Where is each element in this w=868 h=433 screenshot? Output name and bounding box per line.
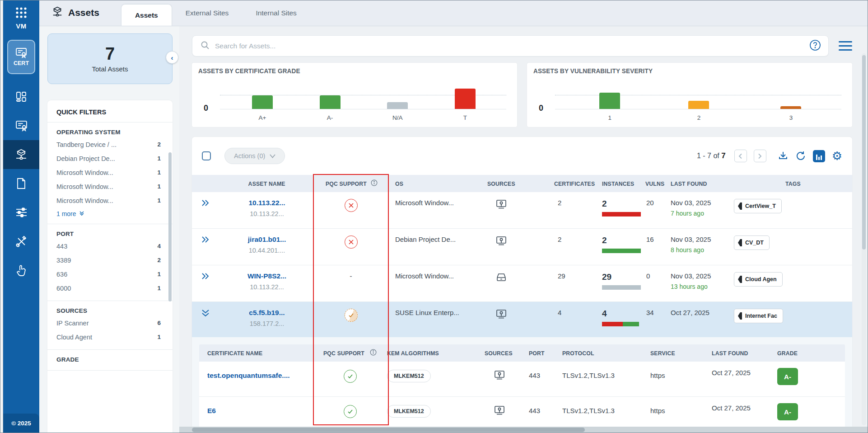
tag-chip[interactable]: Cloud Agen bbox=[734, 272, 783, 287]
col-asset-name[interactable]: ASSET NAME bbox=[219, 180, 315, 187]
col-kem-algorithms[interactable]: KEM ALGORITHMS bbox=[387, 350, 470, 357]
bar-a-minus[interactable] bbox=[320, 95, 341, 109]
settings-gear-icon[interactable]: ⚙ bbox=[832, 150, 842, 162]
col-sources[interactable]: SOURCES bbox=[472, 180, 531, 187]
horizontal-scrollbar[interactable] bbox=[179, 427, 868, 433]
bar-na[interactable] bbox=[387, 102, 408, 109]
x-axis bbox=[555, 109, 841, 109]
refresh-icon[interactable] bbox=[795, 151, 806, 161]
col-grade[interactable]: GRADE bbox=[777, 350, 845, 357]
certificate-row[interactable]: test.openquantumsafe.... MLKEM512 bbox=[199, 362, 845, 397]
col-protocol[interactable]: PROTOCOL bbox=[560, 350, 644, 357]
filter-item[interactable]: Microsoft Window... 1 bbox=[56, 179, 163, 193]
certificates-icon bbox=[15, 120, 28, 132]
tag-chip[interactable]: Internet Fac bbox=[734, 309, 783, 323]
filter-scrollbar[interactable] bbox=[168, 152, 172, 301]
sidebar-item-reports[interactable] bbox=[3, 169, 39, 198]
filter-item[interactable]: 443 4 bbox=[56, 239, 163, 253]
col-pqc-support[interactable]: PQC SUPPORT bbox=[313, 349, 387, 357]
expand-row-icon[interactable] bbox=[192, 265, 219, 301]
tag-chip[interactable]: CertView_T bbox=[734, 199, 782, 213]
asset-name-link[interactable]: 10.113.22... bbox=[219, 199, 315, 207]
total-assets-card[interactable]: 7 Total Assets ‹ bbox=[47, 33, 173, 84]
table-row-expanded[interactable]: c5.f5.b19... 158.177.2... SUSE Linux Ent… bbox=[192, 302, 852, 337]
filter-item[interactable]: Cloud Agent 1 bbox=[56, 330, 163, 344]
sidebar-item-activity[interactable] bbox=[3, 256, 39, 285]
menu-icon[interactable] bbox=[839, 41, 852, 51]
collapse-row-icon[interactable] bbox=[192, 302, 219, 337]
certificate-row[interactable]: E6 MLKEM512 bbox=[199, 397, 845, 428]
tab-internal-sites[interactable]: Internal Sites bbox=[242, 0, 310, 26]
col-tags[interactable]: TAGS bbox=[734, 180, 852, 187]
filter-item[interactable]: 636 1 bbox=[56, 267, 163, 281]
info-icon[interactable] bbox=[371, 179, 378, 188]
download-icon[interactable] bbox=[778, 151, 789, 161]
filter-item[interactable]: 6000 1 bbox=[56, 281, 163, 295]
gridline bbox=[555, 95, 841, 95]
col-service[interactable]: SERVICE bbox=[644, 350, 712, 357]
tab-assets[interactable]: Assets bbox=[121, 4, 172, 26]
collapse-panel-button[interactable]: ‹ bbox=[166, 51, 178, 64]
filter-count: 1 bbox=[157, 197, 163, 204]
col-sources[interactable]: SOURCES bbox=[470, 350, 529, 357]
actions-dropdown[interactable]: Actions (0) bbox=[224, 148, 285, 164]
filter-item[interactable]: Debian Project De... 1 bbox=[56, 151, 163, 165]
bar-a-plus[interactable] bbox=[252, 95, 273, 109]
main-content: ASSETS BY CERTIFICATE GRADE 0 A+ A- N/A bbox=[179, 26, 868, 433]
col-certificate-name[interactable]: CERTIFICATE NAME bbox=[199, 350, 313, 357]
bar-t[interactable] bbox=[455, 89, 476, 109]
filter-item[interactable]: Tandberg Device / ... 2 bbox=[56, 137, 163, 151]
col-port[interactable]: PORT bbox=[529, 350, 560, 357]
sidebar-item-tools[interactable] bbox=[3, 227, 39, 256]
filter-item[interactable]: Microsoft Window... 1 bbox=[56, 193, 163, 207]
bar-sev3[interactable] bbox=[780, 106, 801, 109]
filter-count: 1 bbox=[157, 271, 163, 278]
select-all-checkbox[interactable] bbox=[202, 151, 211, 160]
certificate-name-link[interactable]: E6 bbox=[207, 407, 216, 414]
table-row[interactable]: jira01.b01... 10.44.201.... Debian Proje… bbox=[192, 229, 852, 265]
vulns-count: 0 bbox=[644, 265, 671, 301]
filter-item[interactable]: 3389 2 bbox=[56, 253, 163, 267]
table-row[interactable]: WIN-P8S2... 10.113.22... - Microsoft Win… bbox=[192, 265, 852, 302]
app-launcher-icon[interactable] bbox=[15, 7, 27, 19]
sidebar-item-configuration[interactable] bbox=[3, 198, 39, 227]
filter-count: 1 bbox=[157, 285, 163, 292]
expand-row-icon[interactable] bbox=[192, 229, 219, 265]
sidebar-item-certificates[interactable] bbox=[3, 111, 39, 140]
col-last-found[interactable]: LAST FOUND bbox=[671, 180, 734, 187]
certificate-name-link[interactable]: test.openquantumsafe.... bbox=[207, 372, 290, 379]
asset-name-link[interactable]: c5.f5.b19... bbox=[219, 309, 315, 317]
search-input[interactable] bbox=[215, 42, 809, 50]
kem-algorithm-chip[interactable]: MLKEM512 bbox=[387, 370, 431, 382]
sidebar-item-dashboard[interactable] bbox=[3, 82, 39, 111]
asset-ip: 158.177.2... bbox=[219, 320, 315, 327]
vertical-scrollbar[interactable] bbox=[862, 53, 866, 425]
col-instances[interactable]: INSTANCES bbox=[598, 180, 644, 187]
col-last-found[interactable]: LAST FOUND bbox=[712, 350, 777, 357]
col-vulns[interactable]: VULNS bbox=[644, 180, 671, 187]
col-os[interactable]: OS bbox=[387, 180, 472, 187]
help-icon[interactable] bbox=[809, 39, 821, 53]
asset-name-link[interactable]: WIN-P8S2... bbox=[219, 272, 315, 280]
prev-page-button[interactable] bbox=[734, 150, 747, 162]
table-row[interactable]: 10.113.22... 10.113.22... Microsoft Wind… bbox=[192, 192, 852, 229]
col-pqc-support[interactable]: PQC SUPPORT bbox=[315, 179, 387, 188]
expand-row-icon[interactable] bbox=[192, 192, 219, 228]
filter-item[interactable]: Microsoft Window... 1 bbox=[56, 165, 163, 179]
filter-section-title: PORT bbox=[56, 231, 163, 237]
bar-sev2[interactable] bbox=[688, 101, 709, 109]
asset-name-link[interactable]: jira01.b01... bbox=[219, 235, 315, 244]
cert-module-tile[interactable]: CERT bbox=[7, 40, 35, 74]
chart-view-toggle[interactable] bbox=[813, 150, 825, 162]
show-more-link[interactable]: 1 more bbox=[56, 207, 163, 218]
info-icon[interactable] bbox=[370, 349, 377, 357]
bar-sev1[interactable] bbox=[599, 93, 620, 109]
vm-module-label[interactable]: VM bbox=[16, 22, 27, 30]
filter-item[interactable]: IP Scanner 6 bbox=[56, 316, 163, 330]
tag-chip[interactable]: CV_DT bbox=[734, 235, 770, 250]
kem-algorithm-chip[interactable]: MLKEM512 bbox=[387, 405, 431, 418]
next-page-button[interactable] bbox=[754, 150, 766, 162]
tab-external-sites[interactable]: External Sites bbox=[172, 0, 243, 26]
col-certificates[interactable]: CERTIFICATES bbox=[531, 180, 598, 187]
sidebar-item-assets[interactable] bbox=[3, 140, 39, 169]
